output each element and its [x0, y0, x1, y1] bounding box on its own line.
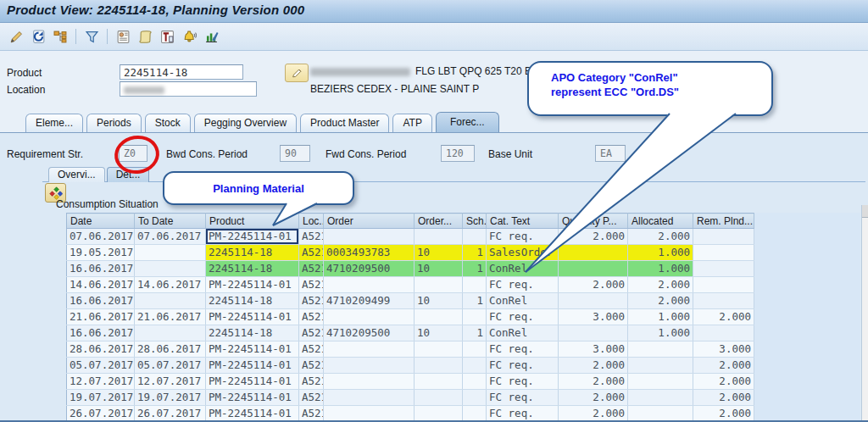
- material-note-icon[interactable]: [285, 64, 309, 82]
- cell-loc: A521: [299, 309, 324, 325]
- cell-loc: A521: [299, 358, 324, 374]
- cell-allocated: 1.000: [628, 261, 693, 277]
- alert-monitor-icon[interactable]: [158, 27, 176, 46]
- cell-rem_plnd: [693, 245, 754, 261]
- cell-sch: 1: [463, 293, 487, 309]
- table-row[interactable]: 26.07.201726.07.2017PM-2245114-01A521FC …: [67, 406, 754, 422]
- chart-edit-icon[interactable]: [202, 27, 220, 46]
- title-bar: Product View: 2245114-18, Planning Versi…: [0, 0, 868, 23]
- scroll-icon[interactable]: [136, 27, 154, 46]
- table-row[interactable]: 05.07.201705.07.2017PM-2245114-01A521FC …: [67, 358, 754, 374]
- cell-to_date: 21.06.2017: [135, 309, 206, 325]
- cell-order_item: [415, 374, 463, 390]
- edit-pencil-icon[interactable]: [7, 27, 25, 46]
- toolbar-separator: [107, 29, 108, 44]
- tab-atp[interactable]: ATP: [392, 114, 431, 132]
- cell-allocated: 1.000: [628, 245, 693, 261]
- cell-order: [324, 374, 415, 390]
- requirement-str-field[interactable]: Z0: [119, 145, 147, 162]
- cell-order: [324, 309, 415, 325]
- table-row[interactable]: 16.06.20172245114-18A5214710209500101Con…: [67, 261, 754, 277]
- table-row[interactable]: 07.06.201707.06.2017PM-2245114-01A521FC …: [67, 229, 754, 245]
- tab-forec[interactable]: Forec...: [436, 112, 499, 132]
- cell-rem_plnd: [693, 261, 754, 277]
- planning-material-callout: Planning Material: [163, 171, 354, 205]
- cell-order_item: [415, 358, 463, 374]
- table-row[interactable]: 19.05.20172245114-18A5210003493783101Sal…: [67, 245, 754, 261]
- column-header-order[interactable]: Order: [324, 214, 415, 229]
- subtab-det[interactable]: Det...: [107, 167, 150, 182]
- refresh-icon[interactable]: [29, 27, 47, 46]
- cell-to_date: 14.06.2017: [135, 277, 206, 293]
- cell-qty_per: [559, 245, 628, 261]
- tab-product-master[interactable]: Product Master: [300, 114, 389, 132]
- cell-cat_text: FC req.: [487, 358, 559, 374]
- column-header-date[interactable]: Date: [67, 214, 135, 229]
- column-header-product[interactable]: Product: [206, 214, 299, 229]
- filter-icon[interactable]: [82, 27, 101, 46]
- window-title: Product View: 2245114-18, Planning Versi…: [7, 3, 304, 17]
- base-unit-field[interactable]: EA: [595, 145, 626, 162]
- column-header-order[interactable]: Order...: [415, 214, 463, 229]
- column-header-loc[interactable]: Loc...: [299, 214, 324, 229]
- vertical-scrollbar[interactable]: [861, 205, 868, 422]
- tab-eleme[interactable]: Eleme...: [25, 114, 83, 132]
- tab-periods[interactable]: Periods: [86, 114, 142, 132]
- cell-cat_text: FC req.: [487, 374, 559, 390]
- alert-bell-icon[interactable]: [180, 27, 198, 46]
- redacted-description: [310, 68, 410, 76]
- cell-cat_text: FC req.: [487, 229, 559, 245]
- table-row[interactable]: 28.06.201728.06.2017PM-2245114-01A521FC …: [67, 341, 754, 358]
- fwd-cons-period-label: Fwd Cons. Period: [326, 148, 406, 160]
- column-header-sch[interactable]: Sch...: [463, 214, 487, 229]
- fwd-cons-period-field[interactable]: 120: [441, 145, 475, 162]
- cell-qty_per: 2.000: [559, 358, 628, 374]
- table-row[interactable]: 16.06.20172245114-18A5214710209500101Con…: [67, 325, 754, 341]
- cell-product: PM-2245114-01: [206, 341, 299, 358]
- cell-allocated: 1.000: [628, 325, 693, 341]
- table-row[interactable]: 12.07.201712.07.2017PM-2245114-01A521FC …: [67, 374, 754, 390]
- column-header-quantity-p[interactable]: Quantity P...: [559, 214, 628, 229]
- bwd-cons-period-label: Bwd Cons. Period: [166, 148, 248, 160]
- cell-order: [324, 229, 415, 245]
- cell-order_item: 10: [415, 325, 463, 341]
- column-header-cat-text[interactable]: Cat. Text: [487, 214, 559, 229]
- cell-qty_per: [559, 261, 628, 277]
- product-input[interactable]: 2245114-18: [120, 64, 243, 80]
- cell-sch: [463, 277, 487, 293]
- cell-order_item: 10: [415, 261, 463, 277]
- cell-date: 28.06.2017: [67, 341, 135, 358]
- application-toolbar: [0, 23, 868, 51]
- cell-to_date: 28.06.2017: [135, 341, 206, 358]
- apo-callout-line1: APO Category "ConRel": [551, 70, 771, 85]
- requirement-str-label: Requirement Str.: [7, 148, 83, 160]
- cell-date: 16.06.2017: [67, 325, 135, 341]
- structure-icon[interactable]: [51, 27, 70, 46]
- table-row[interactable]: 14.06.201714.06.2017PM-2245114-01A521FC …: [67, 277, 754, 293]
- bwd-cons-period-field[interactable]: 90: [280, 145, 310, 162]
- column-header-allocated[interactable]: Allocated: [628, 214, 693, 229]
- cell-to_date: [135, 293, 206, 309]
- cell-date: 19.07.2017: [67, 390, 135, 406]
- tab-pegging-overview[interactable]: Pegging Overview: [194, 114, 297, 132]
- column-header-to-date[interactable]: To Date: [135, 214, 206, 229]
- cell-order_item: 10: [415, 293, 463, 309]
- cell-loc: A521: [299, 341, 324, 358]
- scroll-up-button[interactable]: [862, 205, 868, 218]
- material-description-line1: FLG LBT QPQ 625 T20 BF: [310, 65, 537, 77]
- table-row[interactable]: 16.06.20172245114-18A5214710209499101Con…: [67, 293, 754, 309]
- table-row[interactable]: 19.07.201719.07.2017PM-2245114-01A521FC …: [67, 390, 754, 406]
- cell-qty_per: 3.000: [559, 341, 628, 358]
- person-card-icon[interactable]: [114, 27, 132, 46]
- cell-to_date: [135, 325, 206, 341]
- tab-stock[interactable]: Stock: [145, 114, 191, 132]
- cell-cat_text: SalesOrder: [487, 245, 559, 261]
- table-row[interactable]: 21.06.201721.06.2017PM-2245114-01A521FC …: [67, 309, 754, 325]
- column-header-rem-plnd[interactable]: Rem. Plnd...: [693, 214, 754, 229]
- cell-loc: A521: [299, 390, 324, 406]
- apo-callout-line2: represent ECC "Ord.DS": [551, 85, 771, 99]
- subtab-overvi[interactable]: Overvi...: [48, 167, 105, 182]
- cell-order: 4710209500: [324, 325, 415, 341]
- section-title: Consumption Situation: [56, 198, 159, 210]
- location-input[interactable]: [120, 81, 257, 97]
